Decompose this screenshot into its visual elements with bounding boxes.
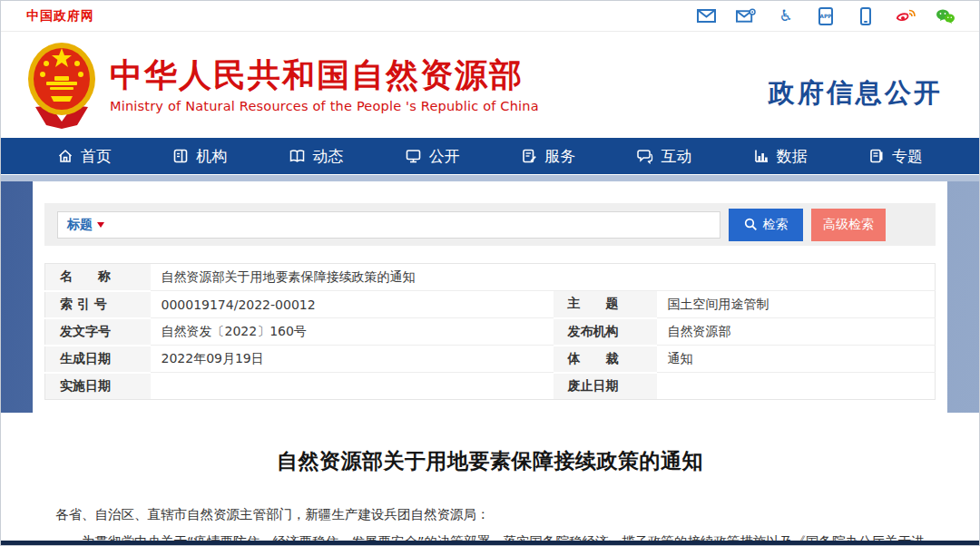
nav-item-interaction[interactable]: 互动 bbox=[636, 146, 691, 167]
ministry-name-en: Ministry of Natural Resources of the Peo… bbox=[110, 99, 539, 113]
table-row: 索 引 号 000019174/2022-00012 主 题 国土空间用途管制 bbox=[45, 291, 936, 318]
mobile-icon[interactable] bbox=[856, 7, 876, 25]
meta-value-effective-date bbox=[151, 373, 554, 400]
meta-value-name: 自然资源部关于用地要素保障接续政策的通知 bbox=[151, 264, 936, 291]
meta-label-issuer: 发布机构 bbox=[554, 318, 657, 346]
data-icon bbox=[753, 148, 769, 164]
masthead-right: 政府信息公开 bbox=[769, 59, 943, 112]
meta-label-name: 名 称 bbox=[45, 264, 151, 291]
accessibility-icon[interactable]: ♿ bbox=[776, 7, 796, 25]
nav-item-news[interactable]: 动态 bbox=[289, 146, 344, 167]
document-metadata-table: 名 称 自然资源部关于用地要素保障接续政策的通知 索 引 号 000019174… bbox=[44, 263, 936, 400]
table-row: 生成日期 2022年09月19日 体 裁 通知 bbox=[45, 346, 936, 373]
nav-label: 专题 bbox=[892, 146, 923, 167]
advanced-search-button[interactable]: 高级检索 bbox=[811, 209, 886, 241]
top-utility-bar: 中国政府网 ♿ APP bbox=[1, 1, 979, 32]
masthead: 中华人民共和国自然资源部 Ministry of Natural Resourc… bbox=[1, 32, 979, 138]
news-icon bbox=[289, 148, 306, 164]
meta-value-doc-no: 自然资发〔2022〕160号 bbox=[151, 318, 554, 346]
ministry-brand[interactable]: 中华人民共和国自然资源部 Ministry of Natural Resourc… bbox=[26, 42, 539, 129]
topics-icon bbox=[868, 148, 885, 164]
nav-item-organization[interactable]: 机构 bbox=[172, 146, 227, 167]
ministry-titles: 中华人民共和国自然资源部 Ministry of Natural Resourc… bbox=[110, 56, 539, 113]
main-navigation: 首页 机构 动态 公开 服务 互动 数据 专题 bbox=[1, 138, 979, 174]
search-input[interactable] bbox=[110, 213, 710, 237]
meta-label-created-date: 生成日期 bbox=[45, 346, 151, 373]
nav-item-service[interactable]: 服务 bbox=[521, 146, 575, 167]
nav-label: 互动 bbox=[661, 146, 691, 167]
service-icon bbox=[521, 148, 537, 164]
nav-label: 机构 bbox=[196, 146, 227, 167]
meta-label-doc-no: 发文字号 bbox=[45, 318, 151, 346]
home-icon bbox=[57, 148, 74, 164]
meta-label-repeal-date: 废止日期 bbox=[554, 373, 657, 400]
document-body: 各省、自治区、直辖市自然资源主管部门，新疆生产建设兵团自然资源局： 为贯彻党中央… bbox=[55, 501, 925, 546]
search-field-selector[interactable]: 标题 bbox=[67, 217, 104, 233]
document-view: 自然资源部关于用地要素保障接续政策的通知 各省、自治区、直辖市自然资源主管部门，… bbox=[44, 447, 936, 546]
disclosure-icon bbox=[405, 148, 422, 164]
document-title: 自然资源部关于用地要素保障接续政策的通知 bbox=[55, 447, 925, 475]
weibo-icon[interactable] bbox=[896, 7, 916, 25]
nav-label: 动态 bbox=[313, 146, 344, 167]
meta-label-genre: 体 裁 bbox=[554, 346, 657, 373]
search-strip: 标题 检索 高级检索 bbox=[44, 203, 936, 246]
nav-label: 首页 bbox=[81, 146, 112, 167]
wechat-icon[interactable] bbox=[936, 7, 956, 25]
meta-label-index-no: 索 引 号 bbox=[45, 291, 151, 318]
search-button[interactable]: 检索 bbox=[729, 209, 803, 241]
table-row: 实施日期 废止日期 bbox=[45, 373, 936, 400]
organization-icon bbox=[172, 148, 189, 164]
footer-strip bbox=[1, 541, 979, 545]
browser-viewport: 中国政府网 ♿ APP bbox=[0, 0, 980, 546]
meta-value-repeal-date bbox=[657, 373, 936, 400]
table-row: 发文字号 自然资发〔2022〕160号 发布机构 自然资源部 bbox=[45, 318, 936, 346]
search-icon bbox=[744, 218, 758, 231]
content-background: 标题 检索 高级检索 名 称 自然资源部关于用地要素保障 bbox=[1, 175, 979, 541]
nav-item-disclosure[interactable]: 公开 bbox=[405, 146, 460, 167]
search-button-label: 检索 bbox=[763, 217, 789, 233]
nav-item-home[interactable]: 首页 bbox=[57, 146, 112, 167]
nav-label: 数据 bbox=[777, 146, 808, 167]
nav-item-data[interactable]: 数据 bbox=[753, 146, 808, 167]
document-paragraph: 各省、自治区、直辖市自然资源主管部门，新疆生产建设兵团自然资源局： bbox=[55, 501, 925, 528]
nav-item-topics[interactable]: 专题 bbox=[868, 146, 923, 167]
nav-label: 公开 bbox=[429, 146, 460, 167]
meta-value-index-no: 000019174/2022-00012 bbox=[151, 291, 554, 318]
meta-label-subject: 主 题 bbox=[554, 291, 657, 318]
meta-value-created-date: 2022年09月19日 bbox=[151, 346, 554, 373]
ministry-name-zh: 中华人民共和国自然资源部 bbox=[110, 56, 539, 93]
advanced-search-label: 高级检索 bbox=[823, 217, 874, 233]
search-field-label: 标题 bbox=[67, 217, 93, 233]
nav-label: 服务 bbox=[544, 146, 575, 167]
meta-value-genre: 通知 bbox=[657, 346, 936, 373]
search-box[interactable]: 标题 bbox=[57, 211, 720, 239]
app-icon[interactable]: APP bbox=[816, 7, 836, 25]
gov-cn-link[interactable]: 中国政府网 bbox=[26, 8, 94, 24]
content-panel: 标题 检索 高级检索 名 称 自然资源部关于用地要素保障 bbox=[33, 181, 947, 546]
meta-value-subject: 国土空间用途管制 bbox=[657, 291, 936, 318]
chevron-down-icon bbox=[97, 222, 104, 228]
mail-icon[interactable] bbox=[696, 7, 716, 25]
national-emblem-logo bbox=[26, 42, 97, 129]
meta-label-effective-date: 实施日期 bbox=[45, 373, 151, 400]
mail-settings-icon[interactable] bbox=[736, 7, 756, 25]
meta-value-issuer: 自然资源部 bbox=[657, 318, 936, 346]
page-title: 政府信息公开 bbox=[769, 75, 943, 112]
table-row: 名 称 自然资源部关于用地要素保障接续政策的通知 bbox=[45, 264, 936, 291]
top-icon-row: ♿ APP bbox=[696, 7, 956, 25]
interaction-icon bbox=[636, 148, 653, 164]
